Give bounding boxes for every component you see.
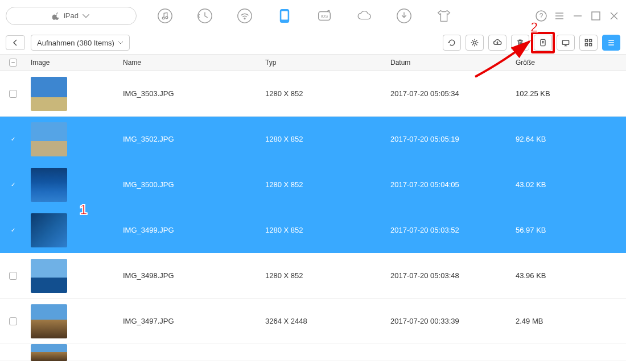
cloud-transfer-button[interactable] <box>488 35 506 51</box>
device-selector[interactable]: iPad <box>6 7 137 25</box>
col-size[interactable]: Größe <box>516 59 626 67</box>
table-body: IMG_3503.JPG1280 X 8522017-07-20 05:05:3… <box>0 71 626 364</box>
table-row[interactable] <box>0 344 626 361</box>
svg-point-5 <box>244 18 245 19</box>
svg-rect-20 <box>590 44 592 46</box>
list-view-button[interactable] <box>602 35 620 51</box>
settings-button[interactable] <box>466 35 484 51</box>
table-row[interactable]: IMG_3503.JPG1280 X 8522017-07-20 05:05:3… <box>0 71 626 117</box>
close-icon[interactable] <box>608 10 620 22</box>
svg-point-2 <box>166 16 168 18</box>
cell-type: 1280 X 852 <box>265 226 390 234</box>
annotation-1: 1 <box>80 202 87 218</box>
table-row[interactable]: IMG_3499.JPG1280 X 8522017-07-20 05:03:5… <box>0 208 626 253</box>
annotation-2: 2 <box>530 19 538 35</box>
table-header: Image Name Typ Datum Größe <box>0 54 626 71</box>
cell-date: 2017-07-20 05:03:52 <box>390 226 516 234</box>
to-pc-button[interactable] <box>557 35 575 51</box>
cell-date: 2017-07-20 05:05:34 <box>390 89 516 98</box>
menu-icon[interactable] <box>553 10 566 22</box>
col-name[interactable]: Name <box>123 59 265 67</box>
cell-type: 3264 X 2448 <box>265 317 390 325</box>
grid-view-button[interactable] <box>579 35 598 51</box>
maximize-icon[interactable] <box>590 10 602 22</box>
device-label: iPad <box>64 11 79 20</box>
ios-icon[interactable]: iOS <box>313 5 336 27</box>
breadcrumb[interactable]: Aufnahmen (380 Items) <box>31 35 130 51</box>
row-checkbox[interactable] <box>9 226 17 234</box>
row-checkbox[interactable] <box>9 181 17 189</box>
svg-point-0 <box>158 9 172 22</box>
cell-size: 56.97 KB <box>516 226 626 234</box>
svg-rect-17 <box>585 39 587 42</box>
cell-size: 102.25 KB <box>516 89 626 98</box>
row-checkbox[interactable] <box>9 317 17 325</box>
photos-icon[interactable] <box>273 5 296 27</box>
category-icons: iOS <box>154 5 455 27</box>
col-type[interactable]: Typ <box>265 59 390 67</box>
thumbnail <box>31 259 67 293</box>
svg-rect-18 <box>590 39 592 42</box>
minimize-icon[interactable] <box>571 10 584 22</box>
svg-rect-15 <box>541 39 545 46</box>
thumbnail <box>31 344 67 361</box>
row-checkbox[interactable] <box>9 90 17 98</box>
svg-point-14 <box>473 42 476 44</box>
row-checkbox[interactable] <box>9 135 17 143</box>
refresh-button[interactable] <box>443 35 461 51</box>
apple-icon <box>52 12 60 20</box>
cell-size: 92.64 KB <box>516 135 626 143</box>
cell-date: 2017-07-20 05:03:48 <box>390 271 516 280</box>
select-all-checkbox[interactable] <box>9 59 17 67</box>
cell-type: 1280 X 852 <box>265 180 390 189</box>
cell-type: 1280 X 852 <box>265 89 390 98</box>
row-checkbox[interactable] <box>9 272 17 280</box>
svg-text:iOS: iOS <box>321 13 328 18</box>
right-actions <box>443 35 620 51</box>
svg-rect-19 <box>585 44 587 46</box>
cell-name: IMG_3498.JPG <box>123 271 265 280</box>
cell-date: 2017-07-20 05:04:05 <box>390 180 516 189</box>
cell-date: 2017-07-20 00:33:39 <box>390 317 516 325</box>
cell-name: IMG_3503.JPG <box>123 89 265 98</box>
music-icon[interactable] <box>154 5 176 27</box>
cell-size: 2.49 MB <box>516 317 626 325</box>
thumbnail <box>31 77 67 111</box>
col-image[interactable]: Image <box>26 59 123 67</box>
svg-text:?: ? <box>539 12 543 20</box>
thumbnail <box>31 304 67 338</box>
chevron-down-icon <box>82 12 90 20</box>
svg-point-1 <box>162 16 164 19</box>
cell-size: 43.02 KB <box>516 180 626 189</box>
wifi-icon[interactable] <box>233 5 256 27</box>
cell-type: 1280 X 852 <box>265 271 390 280</box>
back-button[interactable] <box>6 35 25 50</box>
delete-button[interactable] <box>511 35 529 51</box>
table-row[interactable]: IMG_3498.JPG1280 X 8522017-07-20 05:03:4… <box>0 253 626 299</box>
download-icon[interactable] <box>393 5 415 27</box>
to-device-button[interactable] <box>534 35 552 51</box>
svg-rect-13 <box>592 12 600 20</box>
chevron-left-icon <box>12 39 19 46</box>
table-row[interactable]: IMG_3500.JPG1280 X 8522017-07-20 05:04:0… <box>0 162 626 208</box>
window-controls: ? <box>535 10 620 22</box>
svg-rect-7 <box>281 11 287 19</box>
cell-name: IMG_3500.JPG <box>123 180 265 189</box>
cell-type: 1280 X 852 <box>265 135 390 143</box>
col-date[interactable]: Datum <box>390 59 516 67</box>
cell-size: 43.96 KB <box>516 271 626 280</box>
history-icon[interactable] <box>193 5 216 27</box>
breadcrumb-label: Aufnahmen (380 Items) <box>37 39 114 47</box>
thumbnail <box>31 213 67 247</box>
chevron-down-icon <box>118 40 123 46</box>
table-row[interactable]: IMG_3497.JPG3264 X 24482017-07-20 00:33:… <box>0 299 626 344</box>
svg-rect-16 <box>562 40 569 44</box>
cell-name: IMG_3499.JPG <box>123 226 265 234</box>
shirt-icon[interactable] <box>433 5 455 27</box>
cloud-icon[interactable] <box>353 5 376 27</box>
cell-name: IMG_3502.JPG <box>123 135 265 143</box>
cell-name: IMG_3497.JPG <box>123 317 265 325</box>
cell-date: 2017-07-20 05:05:19 <box>390 135 516 143</box>
table-row[interactable]: IMG_3502.JPG1280 X 8522017-07-20 05:05:1… <box>0 117 626 162</box>
thumbnail <box>31 168 67 202</box>
